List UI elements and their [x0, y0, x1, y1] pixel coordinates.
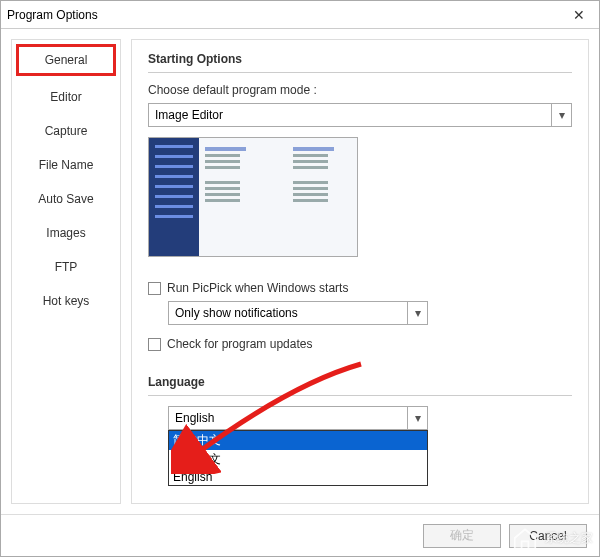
mode-preview-image — [148, 137, 358, 257]
window-body: General Editor Capture File Name Auto Sa… — [1, 29, 599, 514]
sidebar-item-label: Editor — [50, 90, 81, 104]
sidebar-item-images[interactable]: Images — [12, 216, 120, 250]
sidebar-item-label: Images — [46, 226, 85, 240]
check-updates-label: Check for program updates — [167, 337, 312, 351]
watermark-text: 系统之家 — [545, 530, 593, 547]
sidebar-item-autosave[interactable]: Auto Save — [12, 182, 120, 216]
chevron-down-icon: ▾ — [407, 302, 427, 324]
ok-button[interactable]: 确定 — [423, 524, 501, 548]
sidebar-item-general[interactable]: General — [16, 44, 116, 76]
language-value: English — [175, 411, 214, 425]
notification-mode-select[interactable]: Only show notifications ▾ — [168, 301, 428, 325]
sidebar-item-label: Capture — [45, 124, 88, 138]
language-dropdown: 简体中文 正體中文 English — [168, 430, 428, 486]
sidebar: General Editor Capture File Name Auto Sa… — [11, 39, 121, 504]
chevron-down-icon: ▾ — [407, 407, 427, 429]
sidebar-item-label: General — [45, 53, 88, 67]
option-label: 正體中文 — [173, 452, 221, 466]
sidebar-item-label: FTP — [55, 260, 78, 274]
program-mode-select[interactable]: Image Editor ▾ — [148, 103, 572, 127]
sidebar-item-hotkeys[interactable]: Hot keys — [12, 284, 120, 318]
program-options-window: Program Options ✕ General Editor Capture… — [0, 0, 600, 557]
watermark: 系统之家 — [511, 526, 593, 550]
main-panel: Starting Options Choose default program … — [131, 39, 589, 504]
titlebar: Program Options ✕ — [1, 1, 599, 29]
language-option[interactable]: 简体中文 — [169, 431, 427, 450]
starting-options-heading: Starting Options — [148, 52, 572, 73]
notification-mode-value: Only show notifications — [175, 306, 298, 320]
footer: 确定 Cancel 系统之家 — [1, 514, 599, 556]
option-label: English — [173, 470, 212, 484]
chevron-down-icon: ▾ — [551, 104, 571, 126]
close-button[interactable]: ✕ — [565, 7, 593, 23]
language-option[interactable]: English — [169, 469, 427, 485]
sidebar-item-label: Hot keys — [43, 294, 90, 308]
sidebar-item-editor[interactable]: Editor — [12, 80, 120, 114]
choose-mode-label: Choose default program mode : — [148, 83, 572, 97]
run-on-start-label: Run PicPick when Windows starts — [167, 281, 348, 295]
sidebar-item-ftp[interactable]: FTP — [12, 250, 120, 284]
sidebar-item-label: Auto Save — [38, 192, 93, 206]
button-label: 确定 — [450, 527, 474, 544]
house-icon — [511, 526, 539, 550]
language-heading: Language — [148, 375, 572, 396]
language-option[interactable]: 正體中文 — [169, 450, 427, 469]
sidebar-item-capture[interactable]: Capture — [12, 114, 120, 148]
sidebar-item-label: File Name — [39, 158, 94, 172]
sidebar-item-filename[interactable]: File Name — [12, 148, 120, 182]
check-updates-checkbox[interactable] — [148, 338, 161, 351]
program-mode-value: Image Editor — [155, 108, 223, 122]
run-on-start-checkbox[interactable] — [148, 282, 161, 295]
window-title: Program Options — [7, 8, 565, 22]
language-select[interactable]: English ▾ — [168, 406, 428, 430]
option-label: 简体中文 — [173, 433, 221, 447]
